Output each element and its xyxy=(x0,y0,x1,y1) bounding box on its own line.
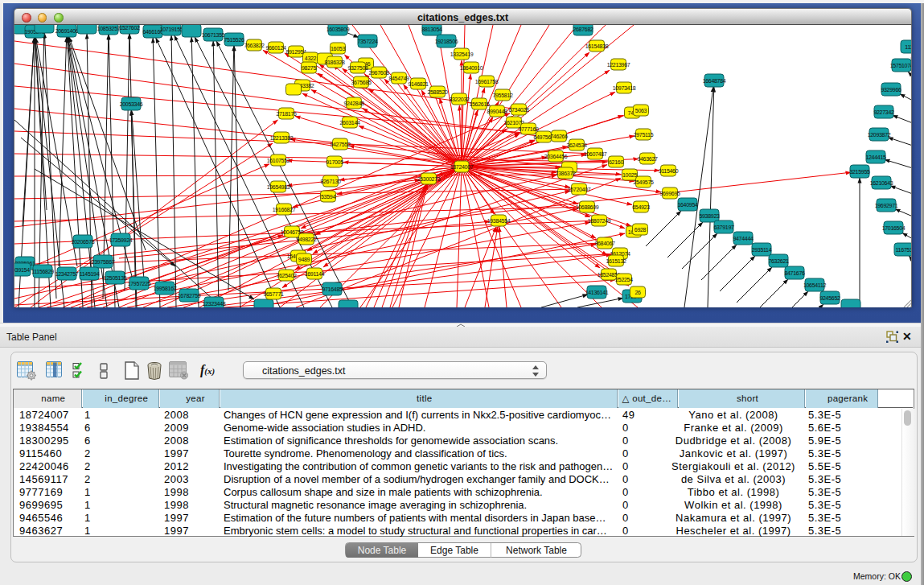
svg-text:8186328: 8186328 xyxy=(324,60,345,65)
svg-text:7955812: 7955812 xyxy=(492,93,513,98)
svg-text:9489: 9489 xyxy=(298,257,310,262)
svg-text:3215955: 3215955 xyxy=(849,169,870,175)
svg-text:917005: 917005 xyxy=(326,159,343,165)
svg-text:6379197: 6379197 xyxy=(713,225,734,230)
svg-text:16107552: 16107552 xyxy=(267,158,290,163)
svg-text:9242848: 9242848 xyxy=(343,101,364,106)
svg-text:9498222: 9498222 xyxy=(296,237,317,242)
svg-text:9245652: 9245652 xyxy=(819,295,840,301)
svg-text:746266: 746266 xyxy=(550,134,568,139)
svg-text:9660124: 9660124 xyxy=(265,45,286,51)
svg-text:10719155: 10719155 xyxy=(160,27,183,32)
svg-text:16053: 16053 xyxy=(331,46,345,51)
svg-text:19384554: 19384554 xyxy=(487,218,511,224)
svg-text:10853257: 10853257 xyxy=(97,26,121,31)
svg-text:20053346: 20053346 xyxy=(120,101,143,107)
svg-text:14136141: 14136141 xyxy=(585,290,609,295)
svg-text:12342757: 12342757 xyxy=(55,271,79,277)
svg-text:10025: 10025 xyxy=(622,172,637,178)
svg-text:9146821: 9146821 xyxy=(408,81,429,87)
svg-text:8322032: 8322032 xyxy=(449,97,470,102)
svg-text:10671355: 10671355 xyxy=(202,32,225,38)
svg-text:16035809: 16035809 xyxy=(326,27,350,32)
svg-text:2935114: 2935114 xyxy=(752,247,772,253)
svg-text:5938923: 5938923 xyxy=(699,213,720,219)
svg-text:16210643: 16210643 xyxy=(870,180,893,186)
svg-text:252254: 252254 xyxy=(615,277,633,282)
svg-text:3624534: 3624534 xyxy=(566,142,587,148)
svg-text:9699695: 9699695 xyxy=(659,191,680,196)
svg-text:15720407: 15720407 xyxy=(568,187,591,192)
svg-text:12093872: 12093872 xyxy=(868,132,891,138)
svg-text:654923: 654923 xyxy=(632,204,650,210)
svg-text:2549575: 2549575 xyxy=(633,179,654,185)
svg-text:7515526: 7515526 xyxy=(224,37,244,43)
svg-text:53594: 53594 xyxy=(321,194,335,200)
svg-text:19692971: 19692971 xyxy=(875,203,898,208)
svg-text:11156829: 11156829 xyxy=(31,269,54,274)
svg-text:10654112: 10654112 xyxy=(803,282,827,288)
svg-text:19166827: 19166827 xyxy=(273,207,296,212)
svg-text:9427552: 9427552 xyxy=(330,142,351,147)
svg-text:1244415: 1244415 xyxy=(865,154,886,160)
svg-text:9777169: 9777169 xyxy=(518,126,539,132)
svg-text:10688609: 10688609 xyxy=(576,204,599,210)
svg-text:2975115: 2975115 xyxy=(634,132,654,138)
svg-text:9327508: 9327508 xyxy=(347,65,368,71)
svg-text:2687682: 2687682 xyxy=(573,27,593,32)
svg-text:1117: 1117 xyxy=(905,44,912,50)
svg-text:9657771: 9657771 xyxy=(263,291,284,297)
svg-text:9684067: 9684067 xyxy=(594,241,615,246)
svg-text:19958167: 19958167 xyxy=(154,286,177,291)
svg-text:26: 26 xyxy=(634,290,641,295)
svg-text:18724007: 18724007 xyxy=(450,164,474,170)
svg-text:9329966: 9329966 xyxy=(881,87,901,93)
svg-text:12505135: 12505135 xyxy=(104,275,127,281)
svg-text:15751074: 15751074 xyxy=(890,63,912,68)
svg-text:8813054: 8813054 xyxy=(421,27,442,32)
svg-text:2718176: 2718176 xyxy=(276,111,297,117)
svg-text:9115460: 9115460 xyxy=(659,168,679,174)
svg-text:16782759: 16782759 xyxy=(178,293,201,299)
svg-text:8471676: 8471676 xyxy=(784,270,805,276)
svg-text:16961758: 16961758 xyxy=(475,79,499,84)
svg-text:939154: 939154 xyxy=(14,267,30,273)
svg-text:19654983: 19654983 xyxy=(267,184,290,190)
svg-text:1527602: 1527602 xyxy=(119,25,140,31)
svg-text:8454749: 8454749 xyxy=(388,76,409,81)
svg-text:18807249: 18807249 xyxy=(588,218,611,224)
svg-text:6734028: 6734028 xyxy=(508,107,529,113)
svg-text:7632621: 7632621 xyxy=(768,258,789,264)
svg-text:6928: 6928 xyxy=(634,227,647,233)
svg-text:62160: 62160 xyxy=(609,159,623,165)
svg-text:7663822: 7663822 xyxy=(244,43,265,48)
svg-text:5063: 5063 xyxy=(635,108,647,113)
svg-text:20364456: 20364456 xyxy=(544,154,568,159)
svg-text:19218506: 19218506 xyxy=(435,39,458,44)
svg-text:23975867: 23975867 xyxy=(92,259,115,265)
svg-text:4322: 4322 xyxy=(305,56,317,61)
svg-text:1615132: 1615132 xyxy=(606,258,626,264)
svg-text:10973418: 10973418 xyxy=(613,85,636,91)
svg-text:20691406: 20691406 xyxy=(55,28,79,34)
svg-text:7625402: 7625402 xyxy=(276,273,297,278)
svg-text:1640954: 1640954 xyxy=(677,202,698,208)
svg-text:17359924: 17359924 xyxy=(109,237,133,243)
svg-text:1691144: 1691144 xyxy=(305,271,325,277)
svg-text:16154838: 16154838 xyxy=(585,43,609,49)
svg-text:17957225: 17957225 xyxy=(128,281,151,286)
svg-text:8990448: 8990448 xyxy=(487,109,507,114)
svg-text:116753: 116753 xyxy=(895,247,912,253)
svg-text:1562615: 1562615 xyxy=(469,101,490,107)
svg-text:1145194: 1145194 xyxy=(80,271,100,277)
svg-text:12323448: 12323448 xyxy=(203,301,226,307)
svg-text:9474444: 9474444 xyxy=(733,236,754,241)
svg-text:17016504: 17016504 xyxy=(882,225,906,231)
svg-text:7386372: 7386372 xyxy=(555,171,576,176)
svg-text:2603144: 2603144 xyxy=(339,120,360,126)
svg-text:9716485: 9716485 xyxy=(322,286,343,292)
svg-text:2588520: 2588520 xyxy=(427,89,448,95)
svg-text:9463627: 9463627 xyxy=(637,156,658,162)
svg-text:18640910: 18640910 xyxy=(460,65,483,71)
svg-text:10607487: 10607487 xyxy=(584,151,607,157)
